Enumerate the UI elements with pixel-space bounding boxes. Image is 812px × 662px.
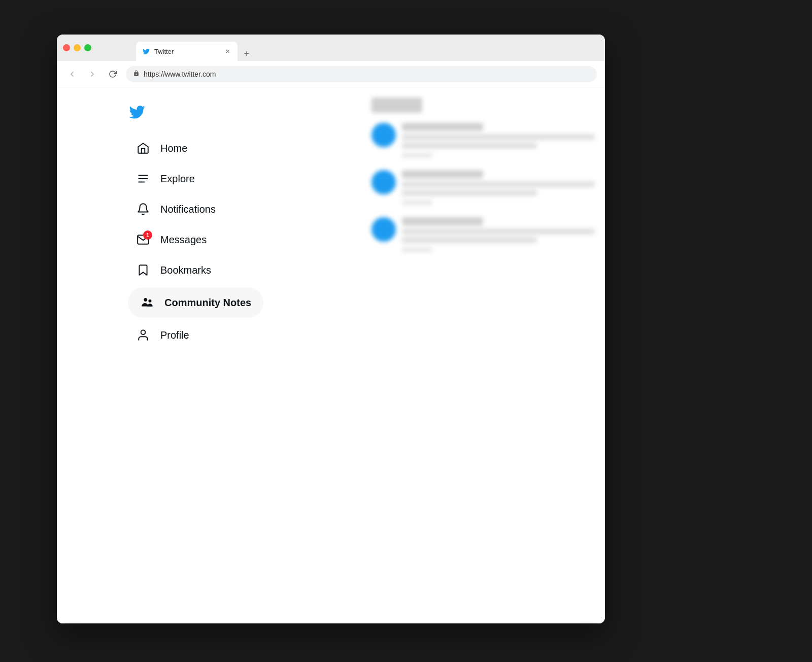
sidebar-item-explore[interactable]: Explore — [128, 165, 229, 192]
url-bar[interactable]: https://www.twitter.com — [126, 66, 597, 82]
sidebar-item-notifications-label: Notifications — [160, 204, 216, 215]
tweet-text-line-6 — [402, 237, 537, 243]
reload-button[interactable] — [106, 67, 120, 81]
sidebar-item-bookmarks[interactable]: Bookmarks — [128, 257, 229, 283]
tweet-avatar — [371, 123, 396, 147]
back-button[interactable] — [65, 67, 79, 81]
address-bar: https://www.twitter.com — [57, 61, 605, 87]
home-icon — [136, 141, 150, 155]
sidebar-item-home[interactable]: Home — [128, 135, 229, 161]
svg-point-7 — [141, 330, 146, 335]
community-notes-icon — [140, 295, 154, 310]
notifications-icon — [136, 202, 150, 216]
sidebar-item-messages-label: Messages — [160, 234, 207, 246]
tweet-content — [402, 123, 595, 158]
new-tab-button[interactable]: + — [240, 47, 254, 61]
tabs-area: Twitter ✕ + — [95, 35, 599, 61]
tab-favicon — [142, 47, 150, 55]
sidebar-item-community-notes-label: Community Notes — [164, 297, 251, 309]
tab-close-button[interactable]: ✕ — [223, 47, 231, 55]
active-tab[interactable]: Twitter ✕ — [136, 42, 238, 61]
lock-icon — [133, 70, 140, 78]
feed-header — [371, 97, 422, 113]
traffic-lights — [63, 44, 91, 51]
bookmarks-icon — [136, 263, 150, 277]
tweet-text-line — [402, 134, 595, 140]
minimize-button[interactable] — [74, 44, 81, 51]
sidebar-item-profile-label: Profile — [160, 329, 189, 341]
tweet-meta — [402, 153, 432, 158]
feed-area — [361, 87, 605, 623]
sidebar-item-explore-label: Explore — [160, 173, 195, 185]
tweet-content-2 — [402, 170, 595, 205]
sidebar-item-bookmarks-label: Bookmarks — [160, 264, 211, 276]
tweet-content-3 — [402, 217, 595, 252]
title-bar: Twitter ✕ + — [57, 35, 605, 61]
tweet-text-line-5 — [402, 228, 595, 235]
tweet-item-2 — [371, 170, 595, 205]
tweet-text-line-4 — [402, 190, 537, 196]
messages-badge: 1 — [143, 230, 152, 240]
tweet-meta-3 — [402, 247, 432, 252]
sidebar-item-home-label: Home — [160, 143, 187, 154]
tweet-avatar-2 — [371, 170, 396, 194]
tweet-item — [371, 123, 595, 158]
sidebar-item-notifications[interactable]: Notifications — [128, 196, 229, 222]
tweet-meta-2 — [402, 200, 432, 205]
browser-window: Twitter ✕ + — [57, 35, 605, 623]
tweet-name-2 — [402, 170, 483, 178]
url-text: https://www.twitter.com — [144, 70, 216, 78]
maximize-button[interactable] — [84, 44, 91, 51]
explore-icon — [136, 172, 150, 186]
sidebar-item-community-notes[interactable]: Community Notes — [128, 287, 263, 318]
messages-icon: 1 — [136, 233, 150, 247]
twitter-bird-icon — [128, 103, 146, 121]
sidebar-item-messages[interactable]: 1 Messages — [128, 226, 229, 253]
tweet-name — [402, 123, 483, 131]
sidebar: Home Explore — [57, 87, 361, 623]
tweet-name-3 — [402, 217, 483, 225]
twitter-logo[interactable] — [128, 103, 146, 123]
tweet-avatar-3 — [371, 217, 396, 242]
close-button[interactable] — [63, 44, 70, 51]
tweet-item-3 — [371, 217, 595, 252]
sidebar-item-profile[interactable]: Profile — [128, 322, 229, 348]
forward-button[interactable] — [85, 67, 99, 81]
tab-title: Twitter — [154, 48, 219, 55]
browser-content: Home Explore — [57, 87, 605, 623]
profile-icon — [136, 328, 150, 342]
tweet-text-line-2 — [402, 143, 537, 149]
tweet-text-line-3 — [402, 181, 595, 187]
